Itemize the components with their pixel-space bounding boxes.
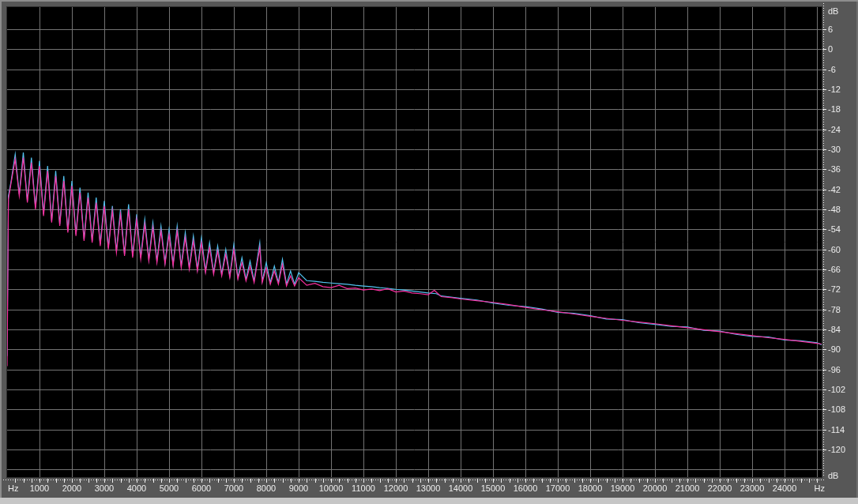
- x-axis-tick-label: 22000: [702, 483, 737, 494]
- x-axis-tick-label: 1000: [22, 483, 57, 494]
- spectrum-plot-canvas[interactable]: [0, 0, 858, 504]
- y-axis-tick-label: -36: [828, 164, 855, 175]
- y-axis-tick-label: -30: [828, 145, 855, 155]
- y-axis-tick-label: -60: [828, 245, 855, 255]
- x-axis-tick-label: 18000: [573, 483, 608, 494]
- y-axis-tick-label: -18: [828, 104, 855, 115]
- x-axis-tick-label: 5000: [152, 483, 186, 494]
- x-axis-tick-label: 8000: [249, 483, 284, 494]
- y-axis-tick-label: -108: [828, 404, 855, 415]
- x-axis-tick-label: 21000: [670, 483, 705, 494]
- y-axis-tick-label: -78: [828, 305, 855, 315]
- x-axis-tick-label: 16000: [508, 483, 543, 494]
- x-axis-tick-label: 19000: [605, 483, 640, 494]
- frequency-analysis-window: dB dB Hz Hz 1000200030004000500060007000…: [0, 0, 858, 504]
- y-axis-tick-label: -54: [828, 224, 855, 235]
- x-axis-tick-label: 10000: [314, 483, 348, 494]
- y-axis-tick-label: -84: [828, 325, 855, 335]
- y-axis-tick-label: -48: [828, 205, 855, 215]
- x-axis-unit-left: Hz: [8, 483, 18, 494]
- y-axis-unit-top: dB: [828, 6, 838, 17]
- x-axis-tick-label: 15000: [476, 483, 510, 494]
- x-axis-tick-label: 4000: [119, 483, 154, 494]
- y-axis-tick-label: 6: [828, 24, 855, 35]
- y-axis-tick-label: -90: [828, 344, 855, 355]
- y-axis-tick-label: -24: [828, 125, 855, 135]
- x-axis-tick-label: 7000: [216, 483, 251, 494]
- x-axis-tick-label: 3000: [87, 483, 122, 494]
- x-axis-tick-label: 13000: [411, 483, 446, 494]
- y-axis-tick-label: -72: [828, 284, 855, 295]
- y-axis-tick-label: 0: [828, 44, 855, 55]
- x-axis-tick-label: 12000: [378, 483, 413, 494]
- x-axis-tick-label: 6000: [184, 483, 219, 494]
- y-axis-tick-label: -96: [828, 365, 855, 375]
- x-axis-tick-label: 17000: [540, 483, 575, 494]
- y-axis-tick-label: -66: [828, 265, 855, 275]
- x-axis-tick-label: 20000: [638, 483, 672, 494]
- y-axis-unit-bottom: dB: [828, 471, 838, 481]
- x-axis-tick-label: 9000: [281, 483, 316, 494]
- y-axis-tick-label: -120: [828, 445, 855, 455]
- x-axis-tick-label: 14000: [443, 483, 478, 494]
- y-axis-tick-label: -114: [828, 425, 855, 435]
- x-axis-unit-right: Hz: [801, 483, 825, 494]
- y-axis-tick-label: -6: [828, 65, 855, 75]
- x-axis-tick-label: 2000: [55, 483, 89, 494]
- x-axis-tick-label: 23000: [735, 483, 770, 494]
- y-axis-tick-label: -42: [828, 185, 855, 195]
- y-axis-tick-label: -12: [828, 85, 855, 95]
- x-axis-tick-label: 11000: [346, 483, 381, 494]
- x-axis-tick-label: 24000: [767, 483, 802, 494]
- y-axis-tick-label: -102: [828, 385, 855, 395]
